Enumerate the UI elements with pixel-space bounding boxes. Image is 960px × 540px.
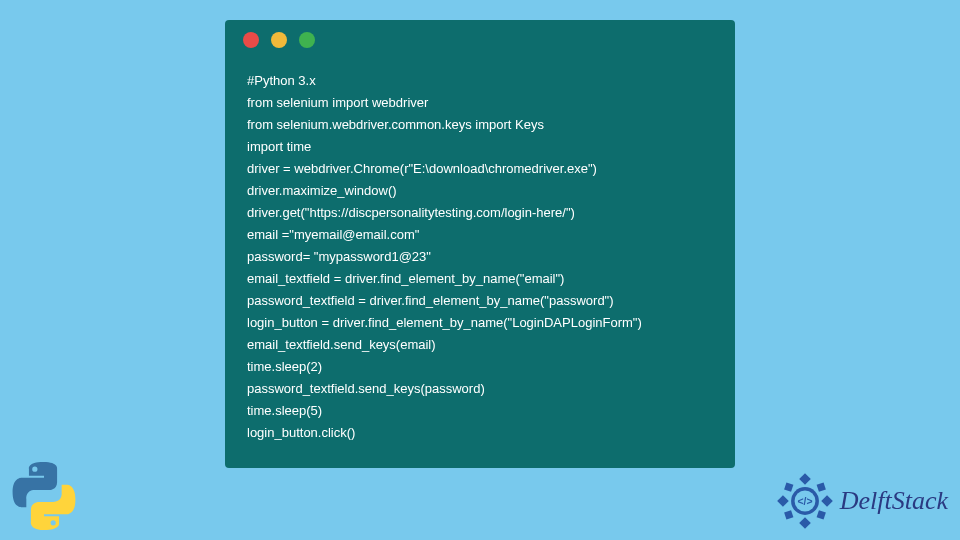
svg-marker-6 — [784, 510, 793, 519]
svg-marker-0 — [799, 473, 811, 485]
python-logo-icon — [8, 460, 80, 532]
svg-marker-2 — [777, 495, 789, 507]
svg-marker-4 — [784, 482, 793, 491]
svg-marker-1 — [799, 517, 811, 529]
minimize-icon — [271, 32, 287, 48]
maximize-icon — [299, 32, 315, 48]
window-titlebar — [225, 20, 735, 60]
brand-name: DelftStack — [840, 486, 948, 516]
code-block: #Python 3.x from selenium import webdriv… — [225, 60, 735, 464]
close-icon — [243, 32, 259, 48]
svg-marker-7 — [816, 510, 825, 519]
svg-text:</>: </> — [797, 496, 812, 507]
code-window: #Python 3.x from selenium import webdriv… — [225, 20, 735, 468]
svg-marker-3 — [821, 495, 833, 507]
svg-marker-5 — [816, 482, 825, 491]
delftstack-brand: </> DelftStack — [776, 472, 948, 530]
delftstack-logo-icon: </> — [776, 472, 834, 530]
